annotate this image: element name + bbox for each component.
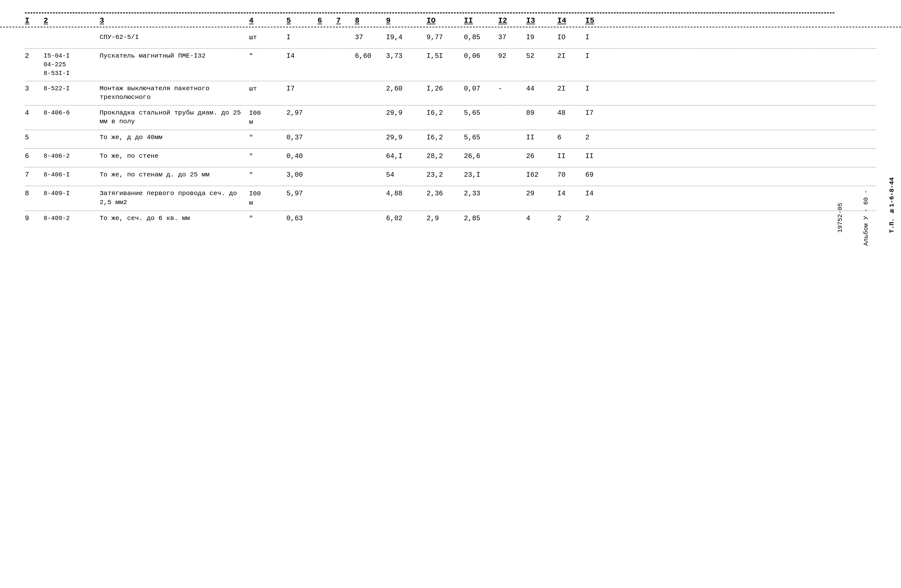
cell-unit-8: I00 м [249, 189, 287, 207]
cell-col14-0: IO [557, 33, 585, 43]
cell-desc-3: Монтаж выключателя пакетного трехполюсно… [100, 84, 249, 102]
cell-col15-3: I [585, 84, 613, 94]
cell-col15-5: 2 [585, 133, 613, 143]
cell-code-7: 8-406-I [44, 171, 100, 179]
cell-col10-5: I6,2 [427, 133, 464, 143]
cell-col9-7: 54 [386, 171, 427, 180]
cell-num-8: 8 [25, 189, 44, 199]
cell-col12-3: - [498, 84, 526, 94]
header-col-9: 9 [386, 17, 427, 25]
cell-col15-7: 69 [585, 171, 613, 180]
cell-col11-8: 2,33 [464, 189, 498, 199]
cell-col15-6: II [585, 152, 613, 162]
cell-col5-3: I7 [287, 84, 318, 94]
cell-col13-7: I62 [526, 171, 557, 180]
cell-col9-3: 2,60 [386, 84, 427, 94]
cell-col11-7: 23,I [464, 171, 498, 180]
cell-col13-0: I9 [526, 33, 557, 43]
cell-col12-0: 37 [498, 33, 526, 43]
cell-col9-9: 6,02 [386, 214, 427, 224]
cell-col9-0: I9,4 [386, 33, 427, 43]
header-col-6: 6 [318, 17, 336, 25]
cell-col8-2: 6,60 [355, 51, 386, 61]
cell-col11-2: 0,06 [464, 51, 498, 61]
header-col-1: I [25, 17, 44, 25]
cell-col5-6: 0,40 [287, 152, 318, 162]
cell-col13-8: 29 [526, 189, 557, 199]
cell-col5-5: 0,37 [287, 133, 318, 143]
cell-num-3: 3 [25, 84, 44, 94]
cell-col5-4: 2,97 [287, 109, 318, 118]
cell-desc-7: То же, по стенам д. до 25 мм [100, 171, 249, 179]
header-col-3: 3 [100, 17, 249, 25]
cell-col15-8: I4 [585, 189, 613, 199]
cell-col11-5: 5,65 [464, 133, 498, 143]
cell-num-7: 7 [25, 171, 44, 180]
cell-col10-4: I6,2 [427, 109, 464, 118]
header-col-8: 8 [355, 17, 386, 25]
cell-col14-4: 48 [557, 109, 585, 118]
dashed-top-border [25, 12, 834, 13]
cell-num-4: 4 [25, 109, 44, 118]
cell-num-6: 6 [25, 152, 44, 162]
cell-unit-9: " [249, 214, 287, 223]
cell-num-9: 9 [25, 214, 44, 224]
side-label-middle: Альбом У - 60 - [862, 190, 870, 246]
cell-col13-4: 89 [526, 109, 557, 118]
table-row: 8 8-409-I Затягивание первого провода се… [25, 186, 876, 211]
cell-code-9: 8-409-2 [44, 214, 100, 223]
cell-unit-5: " [249, 133, 287, 142]
cell-col5-9: 0,63 [287, 214, 318, 224]
cell-desc-5: То же, д до 40мм [100, 133, 249, 142]
cell-unit-3: шт [249, 84, 287, 93]
cell-col13-2: 52 [526, 51, 557, 61]
cell-col11-3: 0,07 [464, 84, 498, 94]
cell-code-2: I5-04-I 04-225 8-53I-I [44, 51, 100, 78]
table-row: 6 8-406-2 То же, по стене " 0,40 64,I 28… [25, 149, 876, 167]
cell-col11-9: 2,85 [464, 214, 498, 224]
cell-col15-4: I7 [585, 109, 613, 118]
side-labels: Т.П. №1-6-8-44 Альбом У - 60 - 19752-05 [837, 19, 895, 392]
cell-col9-6: 64,I [386, 152, 427, 162]
cell-num-5: 5 [25, 133, 44, 143]
cell-col15-2: I [585, 51, 613, 61]
cell-col5-7: 3,00 [287, 171, 318, 180]
cell-unit-4: I00 м [249, 109, 287, 127]
cell-col10-7: 23,2 [427, 171, 464, 180]
cell-col11-0: 0,85 [464, 33, 498, 43]
cell-col10-0: 9,77 [427, 33, 464, 43]
cell-col11-4: 5,65 [464, 109, 498, 118]
cell-num-2: 2 [25, 51, 44, 61]
cell-col13-9: 4 [526, 214, 557, 224]
side-label-top: Т.П. №1-6-8-44 [888, 177, 895, 233]
cell-col5-8: 5,97 [287, 189, 318, 199]
cell-col11-6: 26,6 [464, 152, 498, 162]
cell-code-4: 8-406-6 [44, 109, 100, 117]
cell-col5-2: I4 [287, 51, 318, 61]
cell-unit-7: " [249, 171, 287, 179]
header-col-13: I3 [526, 17, 557, 25]
cell-col9-8: 4,88 [386, 189, 427, 199]
header-col-12: I2 [498, 17, 526, 25]
cell-col15-0: I [585, 33, 613, 43]
cell-col13-5: II [526, 133, 557, 143]
cell-col14-8: I4 [557, 189, 585, 199]
cell-desc-6: То же, по стене [100, 152, 249, 160]
table-row: 4 8-406-6 Прокладка стальной трубы диам.… [25, 106, 876, 131]
cell-col14-2: 2I [557, 51, 585, 61]
table-header: I 2 3 4 5 6 7 8 9 IO II I2 I3 I4 I5 [0, 17, 901, 27]
cell-col10-6: 28,2 [427, 152, 464, 162]
header-col-15: I5 [585, 17, 613, 25]
side-label-bottom: 19752-05 [837, 203, 844, 233]
header-col-4: 4 [249, 17, 287, 25]
cell-col14-3: 2I [557, 84, 585, 94]
header-col-10: IO [427, 17, 464, 25]
table-row: 3 8-522-I Монтаж выключателя пакетного т… [25, 81, 876, 106]
header-col-14: I4 [557, 17, 585, 25]
cell-col10-3: I,26 [427, 84, 464, 94]
cell-code-6: 8-406-2 [44, 152, 100, 160]
cell-col14-5: 6 [557, 133, 585, 143]
cell-col9-5: 29,9 [386, 133, 427, 143]
cell-desc-9: То же, сеч. до 6 кв. мм [100, 214, 249, 223]
header-col-5: 5 [287, 17, 318, 25]
